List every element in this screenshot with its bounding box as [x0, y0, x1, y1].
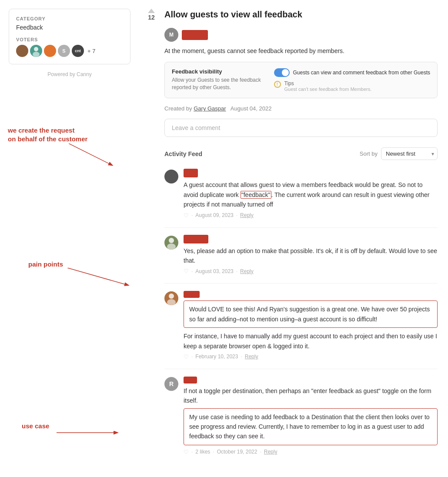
- annotation-arrow-2: [67, 268, 137, 290]
- created-author-link[interactable]: Gary Gaspar: [194, 105, 226, 112]
- svg-point-8: [167, 299, 176, 305]
- comment-item-2: Yes, please add an option to make that p…: [164, 235, 438, 275]
- comment-meta-4: ♡ · 2 likes · October 19, 2022 · Reply: [184, 449, 438, 455]
- comment-item-4: R If not a toggle per destination, then …: [164, 376, 438, 455]
- reply-link-1[interactable]: Reply: [240, 212, 254, 218]
- separator-2: [164, 283, 438, 284]
- comment-body-4: If not a toggle per destination, then pe…: [184, 376, 438, 455]
- comment-body-1: A guest account that allows guest to vie…: [184, 169, 438, 218]
- comment-name-2: [184, 235, 208, 244]
- comment-likes-4: 2 likes: [195, 449, 210, 455]
- annotation-request: we create the request on behalf of the c…: [8, 126, 108, 143]
- sort-select-wrapper: Newest first Oldest first Most liked: [381, 147, 438, 160]
- heart-icon-1[interactable]: ♡: [184, 212, 189, 219]
- post-author-row: M: [164, 28, 438, 42]
- vis-desc: Allow your Guests to see the feedback re…: [172, 77, 267, 91]
- reply-link-4[interactable]: Reply: [264, 449, 277, 455]
- created-by: Created by Gary Gaspar August 04, 2022: [164, 105, 438, 112]
- voter-count: + 7: [87, 48, 95, 54]
- vis-tip-label: Tips: [284, 80, 372, 87]
- comment-highlight-box-4: My use case is needing to add feedback t…: [184, 408, 438, 445]
- comment-body-2: Yes, please add an option to make that p…: [184, 235, 438, 275]
- comment-avatar-2: [164, 236, 178, 250]
- comment-date-4: October 19, 2022: [217, 449, 257, 455]
- vote-up-arrow[interactable]: [148, 9, 155, 13]
- comment-date-3: February 10, 2023: [195, 354, 238, 360]
- comment-text-2: Yes, please add an option to make that p…: [184, 246, 438, 266]
- comment-body-3: Would LOVE to see this! And Ryan's sugge…: [184, 290, 438, 360]
- tip-icon: !: [274, 81, 281, 88]
- post-text: At the moment, guests cannot see feedbac…: [164, 46, 438, 56]
- main-content: 12 Allow guests to view all feedback M A…: [139, 0, 448, 477]
- vote-count: 12: [148, 14, 155, 21]
- vis-tip-row: ! Tips Guest can't see feedback from Mem…: [274, 80, 430, 92]
- heart-icon-3[interactable]: ♡: [184, 354, 189, 360]
- sort-row: Sort by Newest first Oldest first Most l…: [360, 147, 438, 160]
- comment-avatar-1: [164, 170, 178, 183]
- voter-avatar-4: S: [58, 45, 70, 57]
- svg-point-1: [33, 52, 40, 57]
- comment-date-2: August 03, 2023: [195, 268, 233, 274]
- comment-avatar-4: R: [164, 377, 178, 391]
- comment-item-1: A guest account that allows guest to vie…: [164, 169, 438, 218]
- annotation-pain-points: pain points: [28, 260, 63, 269]
- heart-icon-2[interactable]: ♡: [184, 268, 189, 274]
- voter-avatar-2: [30, 45, 42, 57]
- comment-meta-2: ♡ · August 03, 2023 · Reply: [184, 268, 438, 274]
- comment-highlight-box-3: Would LOVE to see this! And Ryan's sugge…: [184, 300, 438, 328]
- separator-3: [164, 369, 438, 369]
- vote-box: 12: [144, 9, 159, 21]
- comment-input[interactable]: Leave a comment: [164, 119, 438, 137]
- vis-tip-content: Tips Guest can't see feedback from Membe…: [284, 80, 372, 92]
- activity-title: Activity Feed: [164, 150, 202, 157]
- comment-text-3: For instance, I have to manually add my …: [184, 331, 438, 351]
- post-author-name-redacted: [182, 30, 208, 40]
- annotation-use-case: use case: [22, 422, 49, 430]
- post-author-avatar: M: [164, 28, 178, 42]
- comment-name-4: [184, 377, 197, 384]
- voter-avatar-5: cnt: [72, 45, 84, 57]
- post-body: M At the moment, guests cannot see feedb…: [164, 28, 438, 455]
- created-date: August 04, 2022: [231, 105, 272, 112]
- vis-title: Feedback visibility: [172, 68, 267, 75]
- comment-text-1: A guest account that allows guest to vie…: [184, 180, 438, 209]
- category-label: CATEGORY: [16, 16, 123, 21]
- visibility-panel: Feedback visibility Allow your Guests to…: [164, 62, 438, 98]
- vis-toggle-text: Guests can view and comment feedback fro…: [293, 70, 430, 76]
- svg-point-7: [169, 294, 174, 299]
- activity-header: Activity Feed Sort by Newest first Oldes…: [164, 147, 438, 160]
- svg-point-5: [169, 238, 174, 243]
- sort-select[interactable]: Newest first Oldest first Most liked: [381, 147, 438, 160]
- comment-name-1: [184, 169, 198, 177]
- comment-highlight-inline-1: "feedback": [241, 191, 271, 199]
- created-label: Created by: [164, 105, 192, 112]
- sort-label: Sort by: [360, 150, 378, 157]
- powered-by: Powered by Canny: [9, 71, 130, 77]
- vis-left: Feedback visibility Allow your Guests to…: [172, 68, 267, 91]
- voters-label: VOTERS: [16, 37, 123, 42]
- vis-tip-sub: Guest can't see feedback from Members.: [284, 87, 372, 92]
- svg-line-3: [67, 268, 128, 285]
- comment-date-1: August 09, 2023: [195, 212, 233, 218]
- svg-line-2: [69, 143, 112, 165]
- voter-avatar-3: [44, 45, 56, 57]
- separator-1: [164, 227, 438, 228]
- vis-toggle-row: Guests can view and comment feedback fro…: [274, 68, 430, 77]
- voter-avatar-1: [16, 45, 28, 57]
- comment-text-4: If not a toggle per destination, then pe…: [184, 386, 438, 406]
- annotation-arrow-3: [57, 426, 126, 444]
- svg-point-0: [34, 47, 38, 51]
- comment-placeholder: Leave a comment: [172, 124, 220, 131]
- post-header: 12 Allow guests to view all feedback: [144, 9, 438, 21]
- comment-avatar-3: [164, 291, 178, 305]
- reply-link-2[interactable]: Reply: [240, 268, 254, 274]
- svg-point-6: [167, 244, 176, 250]
- visibility-toggle[interactable]: [274, 68, 290, 77]
- heart-icon-4[interactable]: ♡: [184, 449, 189, 455]
- comment-item-3: Would LOVE to see this! And Ryan's sugge…: [164, 290, 438, 360]
- sidebar: CATEGORY Feedback VOTERS S cnt + 7 Power…: [0, 0, 139, 477]
- reply-link-3[interactable]: Reply: [245, 354, 258, 360]
- comment-meta-3: ♡ · February 10, 2023 · Reply: [184, 354, 438, 360]
- vis-right: Guests can view and comment feedback fro…: [274, 68, 430, 92]
- annotation-arrow-1: [69, 143, 121, 170]
